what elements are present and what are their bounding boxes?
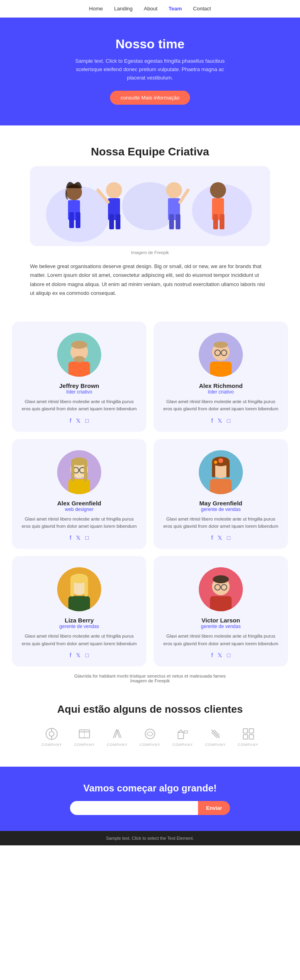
facebook-icon-4[interactable]: f xyxy=(70,652,71,658)
svg-rect-34 xyxy=(68,479,90,494)
avatar-4 xyxy=(57,567,101,611)
avatar-5 xyxy=(199,567,243,611)
submit-button[interactable]: Enviar xyxy=(198,801,230,815)
member-name-0: Jeffrey Brown xyxy=(22,382,137,389)
navigation: Home Landing About Team Contact xyxy=(0,0,300,18)
email-input[interactable] xyxy=(70,801,198,815)
avatar-1 xyxy=(199,333,243,377)
twitter-icon-3[interactable]: 𝕏 xyxy=(218,535,222,541)
instagram-icon-5[interactable]: □ xyxy=(227,652,230,658)
svg-rect-20 xyxy=(220,214,224,229)
member-desc-3: Glavi amet ritnisl libero molestie ante … xyxy=(163,515,278,530)
svg-rect-19 xyxy=(213,214,218,229)
client-name-2: COMPANY xyxy=(107,743,128,747)
client-name-1: COMPANY xyxy=(74,743,95,747)
nav-team[interactable]: Team xyxy=(169,6,182,12)
facebook-icon-5[interactable]: f xyxy=(211,652,213,658)
hero-title: Nosso time xyxy=(32,37,268,52)
svg-rect-5 xyxy=(69,212,74,228)
team-heading: Nossa Equipe Criativa xyxy=(20,145,280,158)
member-card-4: Liza Berry gerente de vendas Glavi amet … xyxy=(12,556,146,666)
svg-point-24 xyxy=(74,356,85,362)
avatar-0 xyxy=(57,333,101,377)
client-logo-4: COMPANY xyxy=(172,727,193,747)
svg-rect-42 xyxy=(84,461,87,481)
svg-rect-77 xyxy=(243,729,248,733)
instagram-icon-4[interactable]: □ xyxy=(85,652,88,658)
twitter-icon-4[interactable]: 𝕏 xyxy=(76,652,80,658)
client-name-5: COMPANY xyxy=(205,743,226,747)
nav-about[interactable]: About xyxy=(144,6,158,12)
client-name-4: COMPANY xyxy=(172,743,193,747)
svg-rect-22 xyxy=(68,362,90,377)
member-name-5: Victor Larson xyxy=(163,617,278,624)
twitter-icon-1[interactable]: 𝕏 xyxy=(218,417,222,424)
member-role-5: gerente de vendas xyxy=(163,624,278,629)
facebook-icon-3[interactable]: f xyxy=(211,535,213,541)
instagram-icon-0[interactable]: □ xyxy=(85,417,88,424)
member-card-0: Jeffrey Brown líder criativo Glavi amet … xyxy=(12,322,146,432)
svg-rect-58 xyxy=(210,596,232,611)
member-card-5: Victor Larson gerente de vendas Glavi am… xyxy=(154,556,288,666)
instagram-icon-3[interactable]: □ xyxy=(227,535,230,541)
nav-landing[interactable]: Landing xyxy=(114,6,132,12)
svg-point-25 xyxy=(71,341,87,349)
svg-point-65 xyxy=(49,732,54,736)
svg-rect-14 xyxy=(169,214,174,229)
svg-rect-52 xyxy=(68,596,90,611)
nav-home[interactable]: Home xyxy=(89,6,103,12)
hero-section: Nosso time Sample text. Click to Egestas… xyxy=(0,18,300,125)
svg-point-7 xyxy=(106,182,122,198)
members-grid: Jeffrey Brown líder criativo Glavi amet … xyxy=(0,322,300,670)
member-role-3: gerente de vendas xyxy=(163,507,278,512)
svg-rect-72 xyxy=(178,732,184,739)
svg-rect-6 xyxy=(76,212,80,228)
member-role-0: líder criativo xyxy=(22,389,137,395)
bottom-bar-text: Sample text. Click to select the Text El… xyxy=(106,836,194,841)
bottom-bar: Sample text. Click to select the Text El… xyxy=(0,831,300,845)
svg-point-63 xyxy=(213,575,229,583)
member-desc-1: Glavi amet ritnisl libero molestie ante … xyxy=(163,398,278,413)
clients-heading: Aqui estão alguns de nossos clientes xyxy=(12,703,288,716)
member-card-1: Alex Richmond líder criativo Glavi amet … xyxy=(154,322,288,432)
instagram-icon-2[interactable]: □ xyxy=(85,535,88,541)
svg-rect-55 xyxy=(70,578,74,596)
client-name-0: COMPANY xyxy=(42,743,62,747)
member-name-3: May Greenfield xyxy=(163,500,278,507)
twitter-icon-2[interactable]: 𝕏 xyxy=(76,535,80,541)
member-role-1: líder criativo xyxy=(163,389,278,395)
hero-subtitle: Sample text. Click to Egestas egestas fr… xyxy=(74,57,226,82)
member-name-4: Liza Berry xyxy=(22,617,137,624)
footer-form: Enviar xyxy=(70,801,230,815)
member-desc-0: Glavi amet ritnisl libero molestie ante … xyxy=(22,398,137,413)
svg-rect-27 xyxy=(210,362,232,377)
cta-heading: Vamos começar algo grande! xyxy=(32,783,268,794)
client-name-3: COMPANY xyxy=(140,743,160,747)
nav-contact[interactable]: Contact xyxy=(193,6,211,12)
svg-rect-56 xyxy=(84,578,88,596)
facebook-icon-2[interactable]: f xyxy=(70,535,71,541)
social-icons-4: f 𝕏 □ xyxy=(22,652,137,658)
twitter-icon-0[interactable]: 𝕏 xyxy=(76,417,80,424)
svg-rect-9 xyxy=(109,214,114,229)
svg-point-12 xyxy=(166,182,182,198)
footer-cta: Vamos começar algo grande! Enviar xyxy=(0,767,300,831)
client-name-6: COMPANY xyxy=(238,743,259,747)
social-icons-3: f 𝕏 □ xyxy=(163,535,278,541)
svg-rect-48 xyxy=(226,461,230,477)
instagram-icon-1[interactable]: □ xyxy=(227,417,230,424)
facebook-icon-1[interactable]: f xyxy=(211,417,213,424)
member-role-4: gerente de vendas xyxy=(22,624,137,629)
clients-logos: COMPANY COMPANY COMPANY COMPANY xyxy=(12,727,288,747)
twitter-icon-5[interactable]: 𝕏 xyxy=(218,652,222,658)
client-logo-3: COMPANY xyxy=(140,727,160,747)
avatar-3 xyxy=(199,450,243,494)
social-icons-5: f 𝕏 □ xyxy=(163,652,278,658)
svg-point-17 xyxy=(210,182,226,198)
facebook-icon-0[interactable]: f xyxy=(70,417,71,424)
svg-point-49 xyxy=(218,458,223,463)
svg-rect-78 xyxy=(249,729,254,733)
hero-button[interactable]: consulte Mais informação xyxy=(110,91,190,105)
clients-section: Aqui estão alguns de nossos clientes COM… xyxy=(0,683,300,759)
member-card-2: Alex Greenfield web designer Glavi amet … xyxy=(12,439,146,549)
